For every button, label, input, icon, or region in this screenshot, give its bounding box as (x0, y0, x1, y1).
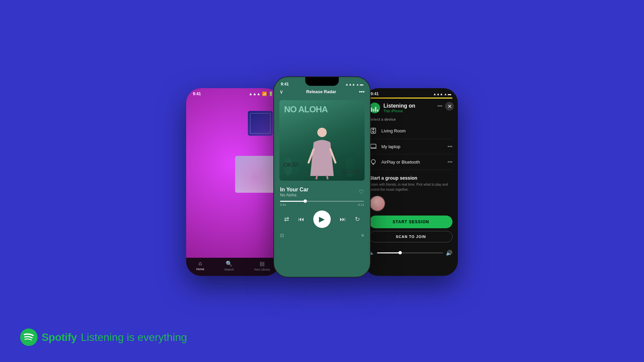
status-icons-middle: ▲▲▲ ⟁ ▬ (345, 82, 363, 86)
scan-to-join-button[interactable]: SCAN TO JOIN (369, 231, 452, 242)
svg-line-6 (316, 176, 317, 179)
track-info: In Your Car No Aloha ♡ (274, 183, 370, 199)
repeat-icon[interactable]: ↻ (355, 216, 360, 223)
svg-line-7 (327, 176, 328, 179)
phone-right: 9:41 ▲▲▲ ⟁ ▬ Listening on This iPhone ••… (364, 88, 458, 276)
prev-icon[interactable]: ⏮ (298, 216, 304, 223)
volume-bar: 🔈 🔊 (364, 248, 458, 257)
device-name-airplay: AirPlay or Bluetooth (381, 160, 443, 165)
svg-point-9 (373, 131, 374, 133)
group-session: Start a group session Listen with friend… (364, 171, 458, 248)
phone-left: 9:41 ▲▲▲ 📶 🔋 ⚙ Recently played Lo-Fi Bea… (186, 88, 280, 276)
cover-alaina (220, 111, 245, 136)
svg-rect-11 (371, 144, 376, 148)
divider-2 (369, 154, 452, 154)
progress-total: -3:13 (357, 203, 364, 206)
album-title-no-aloha: NO ALOHA (284, 104, 328, 115)
volume-track[interactable] (377, 252, 443, 253)
library-icon: ▤ (260, 260, 265, 267)
avatar-image (370, 196, 385, 211)
signal-icon: ▲▲▲ (249, 92, 261, 96)
recent-item-alaina[interactable]: Alaina Castillo (220, 111, 245, 141)
listening-header: Listening on This iPhone ••• ✕ (364, 99, 458, 116)
status-bar-left: 9:41 ▲▲▲ 📶 🔋 (186, 88, 280, 98)
battery-icon: 🔋 (268, 92, 273, 96)
player-extras: ⊡ ≡ (274, 231, 370, 240)
device-name-laptop: My laptop (381, 144, 443, 149)
nav-home-label: Home (196, 267, 204, 271)
time-right: 9:41 (371, 92, 379, 96)
close-button[interactable]: ✕ (445, 102, 454, 111)
svg-rect-10 (372, 129, 374, 130)
listening-on-title: Listening on (383, 103, 415, 109)
phone-middle: 9:41 ▲▲▲ ⟁ ▬ ∨ Release Radar ••• NO A (273, 76, 371, 278)
cover-radar (248, 111, 273, 136)
player-controls: ⇄ ⏮ ▶ ⏭ ↻ (274, 208, 370, 231)
nav-library[interactable]: ▤ Your Library (254, 260, 270, 271)
album-art: NO ALOHA OKAY ALONE (279, 100, 365, 181)
wifi-icon: 📶 (262, 92, 267, 96)
progress-current: 0:44 (280, 203, 286, 206)
start-session-button[interactable]: START SESSION (369, 216, 452, 228)
search-icon: 🔍 (226, 260, 232, 267)
this-device-label: This iPhone (383, 109, 415, 113)
status-icons-left: ▲▲▲ 📶 🔋 (249, 92, 273, 96)
queue-icon[interactable]: ≡ (361, 233, 364, 238)
spotify-logo-icon (20, 328, 38, 346)
track-name: In Your Car (280, 187, 309, 193)
device-name-living-room: Living Room (381, 128, 452, 133)
nav-search[interactable]: 🔍 Search (224, 260, 234, 271)
track-artist: No Aloha (280, 193, 309, 197)
wifi-icon-mid: ⟁ (357, 82, 359, 86)
progress-fill (280, 201, 305, 202)
progress-bar[interactable]: 0:44 -3:13 (274, 199, 370, 208)
status-icons-right: ▲▲▲ ⟁ ▬ (433, 92, 451, 96)
group-session-desc: Listen with friends, in real time. Pick … (369, 182, 452, 192)
next-icon[interactable]: ⏭ (340, 216, 346, 223)
divider-1 (369, 139, 452, 139)
branding: Spotify Listening is everything (20, 328, 187, 346)
home-icon: ⌂ (199, 260, 202, 266)
battery-icon-mid: ▬ (360, 82, 363, 86)
time-middle: 9:41 (281, 82, 289, 86)
signal-icon-mid: ▲▲▲ (345, 82, 355, 86)
album-text-alone: ALONE (342, 168, 361, 175)
connect-devices-icon[interactable]: ⊡ (280, 233, 284, 238)
airplay-dots-icon[interactable]: ••• (447, 159, 452, 165)
tagline: Listening is everything (81, 331, 187, 344)
nav-search-label: Search (224, 268, 234, 271)
play-pause-button[interactable]: ▶ (313, 210, 331, 228)
device-item-living-room[interactable]: Living Room (364, 124, 458, 137)
divider-3 (369, 170, 452, 170)
spotify-wordmark: Spotify (42, 331, 77, 344)
avatar-row (369, 195, 452, 212)
volume-high-icon: 🔊 (446, 250, 452, 256)
eq-icon (369, 103, 380, 113)
nav-library-label: Your Library (254, 268, 270, 271)
status-bar-right: 9:41 ▲▲▲ ⟁ ▬ (364, 88, 458, 98)
battery-icon-right: ▬ (448, 92, 451, 96)
time-left: 9:41 (193, 92, 201, 96)
notch-middle (305, 77, 339, 86)
player-menu-icon[interactable]: ••• (359, 89, 365, 95)
recently-played-grid: Lo-Fi Beats Alaina Castillo Release Rada… (192, 111, 275, 141)
nav-home[interactable]: ⌂ Home (196, 260, 204, 271)
volume-fill (377, 252, 400, 253)
svg-point-3 (317, 128, 327, 137)
heart-icon[interactable]: ♡ (359, 188, 364, 196)
chevron-down-icon[interactable]: ∨ (279, 88, 283, 95)
device-item-laptop[interactable]: My laptop ••• (364, 140, 458, 153)
progress-track (280, 201, 364, 202)
shuffle-icon[interactable]: ⇄ (284, 216, 289, 223)
laptop-dots-icon[interactable]: ••• (447, 144, 452, 149)
progress-times: 0:44 -3:13 (280, 203, 364, 206)
device-item-airplay[interactable]: AirPlay or Bluetooth ••• (364, 156, 458, 168)
svg-point-12 (371, 160, 375, 164)
player-header: ∨ Release Radar ••• (274, 88, 370, 98)
header-dots-icon[interactable]: ••• (437, 103, 442, 109)
bottom-nav: ⌂ Home 🔍 Search ▤ Your Library (186, 258, 280, 276)
avatar (369, 195, 385, 212)
player-title: Release Radar (283, 89, 359, 94)
group-session-title: Start a group session (369, 175, 452, 181)
wifi-icon-right: ⟁ (444, 92, 446, 96)
